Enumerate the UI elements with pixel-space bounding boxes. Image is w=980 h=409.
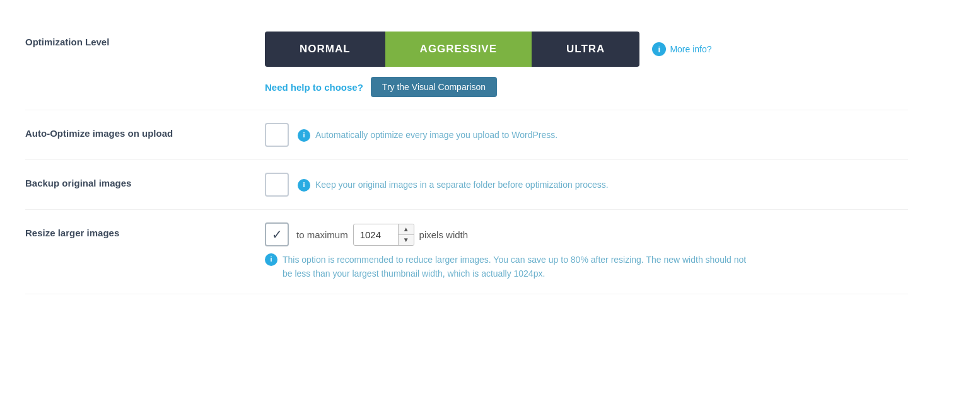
backup-description-text: Keep your original images in a separate … [315, 178, 609, 192]
auto-optimize-checkbox[interactable] [265, 123, 289, 147]
pixel-input-container: ▲ ▼ [353, 224, 414, 246]
resize-prefix-text: to maximum [296, 229, 348, 240]
optimization-level-row: Optimization Level NORMAL AGGRESSIVE ULT… [25, 19, 908, 110]
auto-optimize-label: Auto-Optimize images on upload [25, 123, 265, 140]
visual-comparison-button[interactable]: Try the Visual Comparison [371, 77, 497, 97]
more-info-container: i More info? [652, 42, 711, 56]
auto-optimize-info-icon: i [298, 129, 310, 142]
auto-optimize-description: i Automatically optimize every image you… [298, 129, 557, 142]
spinner-buttons: ▲ ▼ [398, 224, 414, 245]
backup-info-icon: i [298, 179, 310, 192]
resize-row: Resize larger images ✓ to maximum ▲ ▼ [25, 210, 908, 294]
backup-label: Backup original images [25, 173, 265, 190]
resize-content: ✓ to maximum ▲ ▼ pixels width [265, 222, 908, 281]
resize-info-icon: i [265, 253, 277, 266]
auto-optimize-checkbox-content: i Automatically optimize every image you… [265, 123, 908, 147]
resize-note: i This option is recommended to reduce l… [265, 253, 757, 281]
auto-optimize-row: Auto-Optimize images on upload i Automat… [25, 110, 908, 160]
more-info-link[interactable]: More info? [670, 44, 711, 54]
resize-label: Resize larger images [25, 222, 265, 239]
backup-row: Backup original images i Keep your origi… [25, 160, 908, 210]
more-info-icon: i [652, 42, 666, 56]
backup-checkbox-content: i Keep your original images in a separat… [265, 173, 908, 197]
need-help-row: Need help to choose? Try the Visual Comp… [265, 77, 908, 97]
resize-inline: to maximum ▲ ▼ pixels width [296, 224, 468, 246]
settings-container: Optimization Level NORMAL AGGRESSIVE ULT… [25, 19, 908, 294]
opt-btn-normal[interactable]: NORMAL [265, 32, 385, 67]
auto-optimize-content: i Automatically optimize every image you… [265, 123, 908, 147]
resize-note-text: This option is recommended to reduce lar… [283, 253, 757, 281]
backup-checkbox[interactable] [265, 173, 289, 197]
pixels-width-text: pixels width [419, 229, 469, 240]
backup-content: i Keep your original images in a separat… [265, 173, 908, 197]
opt-level-row: NORMAL AGGRESSIVE ULTRA i More info? [265, 32, 908, 67]
resize-checkmark: ✓ [272, 227, 283, 242]
resize-inner-content: ✓ to maximum ▲ ▼ pixels width [265, 222, 908, 281]
auto-optimize-description-text: Automatically optimize every image you u… [315, 129, 557, 142]
pixel-width-input[interactable] [354, 226, 398, 244]
optimization-level-content: NORMAL AGGRESSIVE ULTRA i More info? Nee… [265, 32, 908, 97]
resize-checkbox[interactable]: ✓ [265, 222, 289, 246]
opt-btn-aggressive[interactable]: AGGRESSIVE [385, 32, 532, 67]
optimization-level-label: Optimization Level [25, 32, 265, 49]
resize-main-row: ✓ to maximum ▲ ▼ pixels width [265, 222, 908, 246]
spinner-up-button[interactable]: ▲ [399, 224, 414, 235]
opt-btn-ultra[interactable]: ULTRA [532, 32, 639, 67]
need-help-text: Need help to choose? [265, 82, 363, 93]
opt-buttons-group: NORMAL AGGRESSIVE ULTRA [265, 32, 639, 67]
spinner-down-button[interactable]: ▼ [399, 235, 414, 245]
backup-description: i Keep your original images in a separat… [298, 178, 609, 192]
